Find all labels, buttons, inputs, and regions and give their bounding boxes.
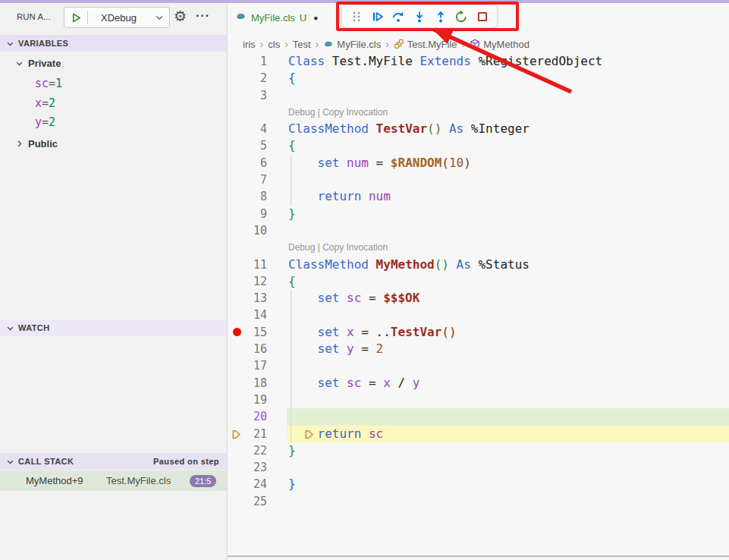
gutter[interactable]: 7 xyxy=(228,171,287,188)
start-debugging-icon[interactable] xyxy=(64,12,87,24)
execution-pointer-icon xyxy=(231,429,242,443)
gutter[interactable]: 21 xyxy=(228,426,287,442)
code-line-content: } xyxy=(287,442,729,459)
line-number: 22 xyxy=(253,442,267,459)
gutter[interactable]: 23 xyxy=(228,459,287,476)
panel-divider xyxy=(228,555,729,557)
gutter[interactable]: 25 xyxy=(228,493,287,510)
gutter[interactable]: 11 xyxy=(228,256,287,273)
code-line-content: return num xyxy=(287,188,729,205)
gear-icon[interactable]: ⚙ xyxy=(174,7,187,27)
continue-icon[interactable] xyxy=(369,8,387,26)
stop-icon[interactable] xyxy=(473,8,492,26)
code-token: set xyxy=(318,156,340,170)
gutter[interactable]: 19 xyxy=(228,392,287,408)
step-into-icon[interactable] xyxy=(410,8,429,26)
editor-tab-myfile[interactable]: MyFile.cls U ● xyxy=(235,5,318,30)
gutter[interactable]: 9 xyxy=(228,206,287,222)
codelens-link-copy-invocation[interactable]: Copy Invocation xyxy=(322,242,388,253)
codelens-row: Debug | Copy Invocation xyxy=(228,239,729,256)
gutter[interactable]: 8 xyxy=(228,188,287,205)
chevron-down-icon[interactable] xyxy=(6,458,14,466)
code-line: 21return sc xyxy=(228,426,729,442)
variable-name: y xyxy=(35,115,42,129)
breadcrumb-label: MyFile.cls xyxy=(337,39,381,50)
codelens-link-copy-invocation[interactable]: Copy Invocation xyxy=(322,107,388,118)
breadcrumb-label: iris xyxy=(243,39,256,50)
gutter[interactable]: 17 xyxy=(228,357,287,374)
group-label: Public xyxy=(28,138,58,149)
watch-section-header[interactable]: WATCH xyxy=(0,319,227,336)
variables-group-public[interactable]: Public xyxy=(0,134,227,153)
code-line-content: Class Test.MyFile Extends %RegisteredObj… xyxy=(287,53,729,70)
code-line-content: set num = $RANDOM(10) xyxy=(287,155,729,171)
watch-section-title: WATCH xyxy=(18,323,50,332)
gutter[interactable]: 12 xyxy=(228,273,287,290)
breadcrumb-item-cls[interactable]: cls xyxy=(268,39,280,50)
line-number: 21 xyxy=(253,426,267,442)
gutter[interactable]: 18 xyxy=(228,375,287,392)
codelens-link-debug[interactable]: Debug xyxy=(288,242,315,253)
code-token: = .. xyxy=(354,325,391,339)
more-actions-icon[interactable]: ··· xyxy=(196,6,210,26)
drag-handle-icon[interactable] xyxy=(347,8,366,26)
gutter[interactable]: 16 xyxy=(228,341,287,357)
breadcrumb-label: cls xyxy=(268,39,280,50)
code-line-content: { xyxy=(287,70,729,87)
chevron-down-icon[interactable] xyxy=(15,59,24,68)
breakpoint-icon[interactable] xyxy=(233,328,241,336)
gutter[interactable]: 6 xyxy=(228,155,287,171)
gutter[interactable]: 14 xyxy=(228,307,287,323)
gutter[interactable]: 24 xyxy=(228,476,287,492)
code-token: = xyxy=(361,376,383,390)
chevron-down-icon[interactable] xyxy=(6,324,14,332)
gutter[interactable] xyxy=(228,239,287,256)
line-number: 5 xyxy=(260,137,267,154)
chevron-right-icon[interactable] xyxy=(15,140,24,148)
code-token: Test.MyFile xyxy=(325,54,419,68)
breadcrumb-item-test-myfile[interactable]: Test.MyFile xyxy=(394,39,457,50)
step-over-icon[interactable] xyxy=(389,8,407,26)
code-token: } xyxy=(288,477,296,491)
breadcrumb-item-myfile-cls[interactable]: MyFile.cls xyxy=(323,39,381,50)
gutter[interactable]: 3 xyxy=(228,87,287,104)
variables-section-header[interactable]: VARIABLES xyxy=(0,35,227,52)
variable-row-sc[interactable]: sc = 1 xyxy=(35,74,62,93)
gutter[interactable]: 22 xyxy=(228,442,287,459)
codelens-link-debug[interactable]: Debug xyxy=(288,107,315,118)
gutter[interactable]: 13 xyxy=(228,290,287,307)
breadcrumb-item-test[interactable]: Test xyxy=(293,39,311,50)
step-out-icon[interactable] xyxy=(432,8,450,26)
gutter[interactable]: 10 xyxy=(228,222,287,239)
variable-row-x[interactable]: x = 2 xyxy=(35,94,55,112)
restart-icon[interactable] xyxy=(452,8,470,26)
code-line: 5{ xyxy=(228,137,729,154)
gutter[interactable]: 5 xyxy=(228,137,287,154)
run-and-debug-label: RUN A... xyxy=(17,12,51,21)
gutter[interactable] xyxy=(228,104,287,121)
code-token: As xyxy=(449,121,463,136)
line-number: 23 xyxy=(253,459,267,476)
editor-pane: MyFile.cls U ● iris›cls›Test›MyFile.cls›… xyxy=(228,3,729,560)
call-stack-section-header[interactable]: CALL STACK Paused on step xyxy=(0,453,227,470)
code-line-content: set y = 2 xyxy=(287,341,729,357)
variable-value: 2 xyxy=(49,96,55,110)
breadcrumb-item-iris[interactable]: iris xyxy=(243,39,256,50)
gutter[interactable]: 1 xyxy=(228,53,287,70)
variable-row-y[interactable]: y = 2 xyxy=(35,113,55,131)
breadcrumb-item-mymethod[interactable]: MyMethod xyxy=(470,39,529,50)
gutter[interactable]: 15 xyxy=(228,324,287,341)
codelens: Debug | Copy Invocation xyxy=(287,104,729,121)
gutter[interactable]: 2 xyxy=(228,70,287,87)
launch-config-select[interactable]: XDebug xyxy=(64,7,170,28)
code-token: ClassMethod xyxy=(288,257,369,272)
code-line-content xyxy=(287,307,729,323)
variables-group-private[interactable]: Private xyxy=(0,54,227,72)
chevron-down-icon[interactable] xyxy=(6,39,14,48)
line-number: 24 xyxy=(253,476,267,492)
gutter[interactable]: 20 xyxy=(228,408,287,425)
code-line: 20 xyxy=(228,408,729,425)
call-stack-frame[interactable]: MyMethod+9Test.MyFile.cls21:5 xyxy=(0,470,227,491)
code-line-content: set sc = $$$OK xyxy=(287,290,729,307)
gutter[interactable]: 4 xyxy=(228,121,287,137)
